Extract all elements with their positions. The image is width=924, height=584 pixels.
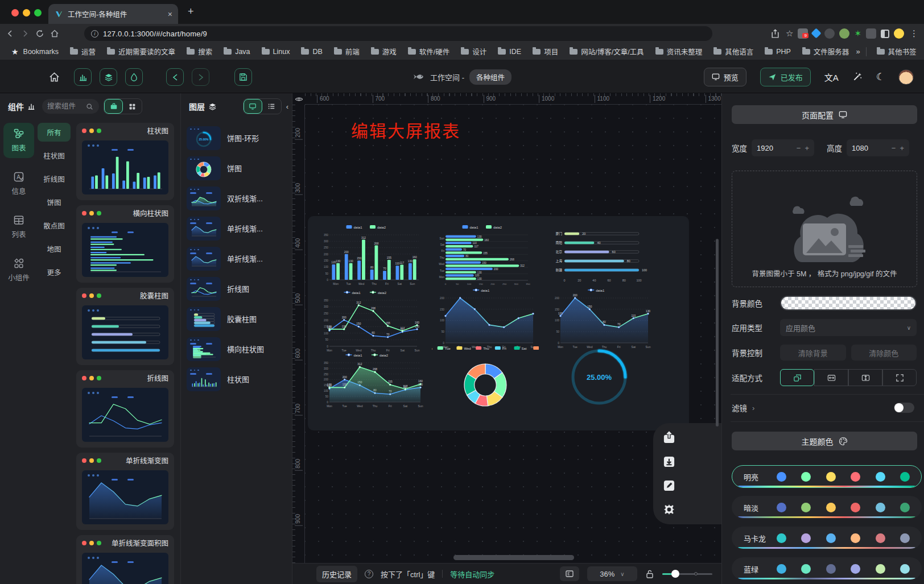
extension-icon[interactable] — [824, 28, 835, 39]
close-window-button[interactable] — [11, 9, 19, 16]
sidebar-category[interactable]: 地图 — [38, 239, 71, 258]
layer-item[interactable]: 折线图 — [187, 274, 290, 304]
bookmarks-manager[interactable]: ★ Bookmarks — [7, 45, 63, 58]
share-icon[interactable] — [770, 29, 780, 39]
reading-list-icon[interactable] — [881, 30, 889, 38]
layer-thumbnail-view-button[interactable] — [244, 99, 262, 114]
clear-background-button[interactable]: 清除背景 — [780, 345, 846, 361]
publish-button[interactable]: 已发布 — [760, 68, 811, 86]
chart-double-line[interactable]: 050100150200250300350data1data2120200150… — [318, 289, 422, 353]
bookmark-folder[interactable]: 资讯未整理 — [651, 44, 707, 59]
page-config-header[interactable]: 页面配置 — [732, 105, 917, 124]
tab-charts[interactable]: 图表 — [3, 123, 34, 158]
new-tab-button[interactable]: + — [188, 6, 194, 16]
chart-capsule[interactable]: 厦门20南阳40北京60上海80新疆100020406080100 — [549, 226, 656, 284]
chart-double-line-area[interactable]: 050100150200250300350data1data2120200150… — [318, 351, 425, 408]
bookmark-folder[interactable]: PHP — [760, 46, 795, 57]
preview-button[interactable]: 预览 — [704, 68, 746, 86]
component-card[interactable]: 单折线渐变面积图 — [76, 535, 174, 584]
theme-row[interactable]: 马卡龙 — [732, 527, 922, 549]
bookmark-folder[interactable]: 其他语言 — [709, 44, 758, 59]
extension-star-icon[interactable]: ✶ — [854, 28, 861, 39]
profile-avatar[interactable] — [894, 28, 904, 39]
extension-icon[interactable]: 9 — [798, 28, 808, 39]
ruler-visibility-toggle[interactable] — [292, 93, 305, 105]
lock-icon[interactable] — [645, 569, 654, 579]
forward-icon[interactable] — [20, 29, 35, 38]
theme-color-header[interactable]: 主题颜色 — [732, 432, 917, 450]
bookmark-folder[interactable]: 软件/硬件 — [403, 44, 454, 59]
bookmark-folder[interactable]: DB — [296, 46, 327, 57]
chart-pie-donut[interactable]: MonTueWedThuFriSatSun — [432, 345, 539, 417]
other-bookmarks[interactable]: 其他书签 — [872, 44, 921, 59]
settings-gear-button[interactable] — [659, 500, 679, 519]
width-input[interactable]: 1920 − + — [752, 139, 814, 156]
zoom-level-select[interactable]: 36% ∨ — [587, 566, 637, 581]
tab-info[interactable]: A 信息 — [3, 166, 34, 201]
extension-kite-icon[interactable] — [811, 28, 822, 38]
bookmark-folder[interactable]: 前端 — [329, 44, 364, 59]
big-screen-title-text[interactable]: 编辑大屏报表 — [351, 117, 460, 142]
reload-icon[interactable] — [35, 29, 50, 38]
layer-item[interactable]: 双折线渐... — [187, 183, 290, 213]
layer-item[interactable]: 单折线渐... — [187, 243, 290, 274]
layer-list-view-button[interactable] — [262, 99, 281, 114]
bookmark-folder[interactable]: 设计 — [456, 44, 491, 59]
back-icon[interactable] — [6, 29, 20, 38]
chart-progress-ring[interactable]: 25.00% — [550, 340, 648, 414]
theme-row[interactable]: 蓝绿 — [732, 557, 922, 580]
component-card[interactable]: 柱状图 — [76, 123, 174, 200]
bookmark-folder[interactable]: 网站/博客/文章/工具 — [565, 44, 648, 59]
maximize-window-button[interactable] — [34, 9, 42, 16]
sidebar-category[interactable]: 更多 — [38, 263, 71, 281]
bookmark-folder[interactable]: 文件服务器 — [798, 44, 854, 59]
fit-width-button[interactable] — [814, 369, 848, 386]
history-button[interactable]: 历史记录 — [316, 566, 357, 582]
height-input[interactable]: 1080 − + — [847, 139, 909, 156]
puzzle-extensions-icon[interactable] — [866, 28, 876, 39]
layer-item[interactable]: 饼图 — [187, 153, 290, 183]
collapse-panel-icon[interactable]: ‹ — [286, 102, 288, 111]
view-grid-button[interactable] — [123, 99, 142, 114]
component-card[interactable]: 折线图 — [76, 370, 174, 448]
bg-color-picker[interactable] — [780, 296, 917, 310]
component-search[interactable] — [42, 99, 99, 114]
project-name-pill[interactable]: 各种组件 — [469, 69, 512, 85]
layout-panel-button[interactable] — [560, 566, 579, 581]
site-info-icon[interactable]: i — [91, 30, 98, 38]
tab-tables[interactable]: 列表 — [3, 209, 34, 245]
bookmark-folder[interactable]: 近期需要读的文章 — [102, 44, 180, 59]
layer-item[interactable]: 25.00% 饼图-环形 — [187, 123, 290, 153]
fit-height-button[interactable] — [848, 369, 882, 386]
sidebar-category[interactable]: 所有 — [38, 123, 71, 142]
background-upload-dropzone[interactable]: 背景图需小于 5M ， 格式为 png/jpg/gif 的文件 — [732, 171, 917, 287]
home-icon[interactable] — [50, 29, 65, 38]
sidebar-category[interactable]: 饼图 — [38, 193, 71, 212]
bookmark-folder[interactable]: Java — [219, 46, 254, 57]
fit-stretch-button[interactable] — [882, 369, 917, 386]
layer-item[interactable]: 柱状图 — [187, 364, 290, 394]
view-toolbox-button[interactable] — [104, 99, 123, 114]
component-card[interactable]: 横向柱状图 — [76, 205, 174, 283]
component-card[interactable]: 单折线渐变图 — [76, 453, 174, 530]
layer-item[interactable]: 横向柱状图 — [187, 334, 290, 364]
fit-scale-button[interactable] — [780, 369, 814, 386]
bookmark-folder[interactable]: 项目 — [528, 44, 563, 59]
filter-toggle-switch[interactable] — [894, 403, 914, 413]
export-button[interactable] — [659, 428, 679, 448]
width-decrement[interactable]: − — [797, 144, 801, 152]
bookmark-folder[interactable]: 运营 — [65, 44, 100, 59]
layer-item[interactable]: 胶囊柱图 — [187, 304, 290, 334]
translate-icon[interactable]: 文A — [824, 71, 839, 83]
chart-bar[interactable]: 050100150200250300350data1data2120130Mon… — [318, 223, 422, 286]
magic-wand-icon[interactable] — [852, 72, 863, 82]
minimize-window-button[interactable] — [23, 9, 30, 16]
editor-canvas[interactable]: 6007008009001000110012001300 20030040050… — [292, 93, 721, 563]
layer-item[interactable]: 单折线渐... — [187, 213, 290, 243]
height-decrement[interactable]: − — [892, 144, 896, 152]
sidebar-category[interactable]: 折线图 — [38, 169, 71, 188]
clear-color-button[interactable]: 清除颜色 — [851, 345, 917, 361]
menu-kebab-icon[interactable]: ⋮ — [910, 28, 918, 39]
component-card[interactable]: 胶囊柱图 — [76, 288, 174, 365]
bookmark-folder[interactable]: 游戏 — [366, 44, 401, 59]
